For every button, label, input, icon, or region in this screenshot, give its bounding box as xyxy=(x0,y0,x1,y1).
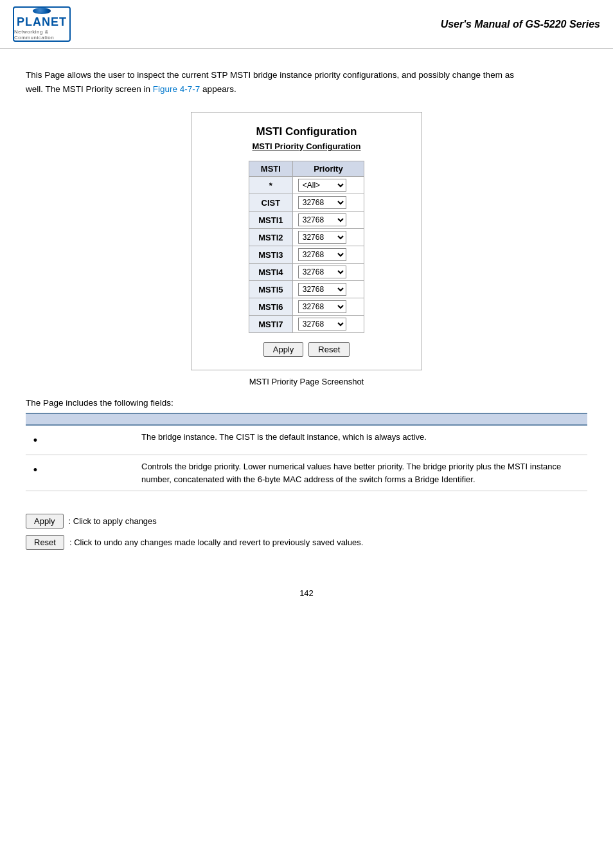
msti-cell-priority[interactable]: 0409681921228816384204802457628672327683… xyxy=(292,264,364,281)
priority-select[interactable]: 0409681921228816384204802457628672327683… xyxy=(298,283,346,296)
header-title: User's Manual of GS-5220 Series xyxy=(441,19,600,30)
field-name xyxy=(45,425,135,455)
fields-col-name xyxy=(45,413,135,425)
msti-cell-name: MSTI1 xyxy=(249,212,293,229)
logo-area: PLANET Networking & Communication xyxy=(13,6,71,42)
msti-panel-subtitle: MSTI Priority Configuration xyxy=(211,141,402,151)
page-header: PLANET Networking & Communication User's… xyxy=(0,0,613,49)
field-description: Controls the bridge priority. Lower nume… xyxy=(135,455,587,491)
logo-globe-icon xyxy=(33,8,51,14)
figure-link[interactable]: Figure 4-7-7 xyxy=(153,84,200,94)
field-bullet: • xyxy=(26,425,45,455)
reset-button[interactable]: Reset xyxy=(26,535,64,550)
priority-select[interactable]: 0409681921228816384204802457628672327683… xyxy=(298,196,346,209)
intro-text1: This Page allows the user to inspect the… xyxy=(26,70,514,80)
panel-reset-button[interactable]: Reset xyxy=(308,342,350,357)
msti-cell-priority[interactable]: 0409681921228816384204802457628672327683… xyxy=(292,194,364,212)
action-section: Apply : Click to apply changes Reset : C… xyxy=(26,507,587,563)
logo-subtitle: Networking & Communication xyxy=(14,29,69,41)
msti-panel-title: MSTI Configuration xyxy=(211,125,402,138)
msti-cell-priority[interactable]: 0409681921228816384204802457628672327683… xyxy=(292,246,364,264)
intro-paragraph: This Page allows the user to inspect the… xyxy=(26,68,587,96)
apply-desc: : Click to apply changes xyxy=(69,514,157,529)
msti-panel: MSTI Configuration MSTI Priority Configu… xyxy=(191,112,422,370)
msti-cell-name: MSTI5 xyxy=(249,281,293,298)
msti-table: MSTI Priority *<All>04096819212288163842… xyxy=(249,161,364,333)
priority-select[interactable]: 0409681921228816384204802457628672327683… xyxy=(298,231,346,244)
panel-apply-button[interactable]: Apply xyxy=(263,342,304,357)
msti-cell-priority[interactable]: 0409681921228816384204802457628672327683… xyxy=(292,298,364,316)
main-content: This Page allows the user to inspect the… xyxy=(0,49,613,611)
apply-button[interactable]: Apply xyxy=(26,514,64,529)
panel-buttons: Apply Reset xyxy=(211,342,402,357)
field-name xyxy=(45,455,135,491)
msti-cell-name: MSTI3 xyxy=(249,246,293,264)
msti-cell-priority[interactable]: <All>04096819212288163842048024576286723… xyxy=(292,177,364,194)
logo-planet-text: PLANET xyxy=(17,15,67,29)
msti-cell-name: MSTI4 xyxy=(249,264,293,281)
priority-select[interactable]: 0409681921228816384204802457628672327683… xyxy=(298,266,346,278)
screenshot-caption: MSTI Priority Page Screenshot xyxy=(26,377,587,386)
field-bullet: • xyxy=(26,455,45,491)
msti-cell-name: MSTI7 xyxy=(249,316,293,333)
msti-cell-name: MSTI6 xyxy=(249,298,293,316)
msti-cell-priority[interactable]: 0409681921228816384204802457628672327683… xyxy=(292,316,364,333)
reset-desc: : Click to undo any changes made locally… xyxy=(69,535,363,550)
msti-cell-name: MSTI2 xyxy=(249,229,293,246)
col-msti: MSTI xyxy=(249,161,293,177)
action-row-reset: Reset : Click to undo any changes made l… xyxy=(26,535,587,550)
priority-select[interactable]: 0409681921228816384204802457628672327683… xyxy=(298,318,346,330)
intro-text2: well. The MSTI Priority screen in xyxy=(26,84,153,94)
msti-cell-name: CIST xyxy=(249,194,293,212)
priority-select[interactable]: 0409681921228816384204802457628672327683… xyxy=(298,248,346,261)
action-row-apply: Apply : Click to apply changes xyxy=(26,514,587,529)
logo-box: PLANET Networking & Communication xyxy=(13,6,71,42)
field-description: The bridge instance. The CIST is the def… xyxy=(135,425,587,455)
msti-cell-priority[interactable]: 0409681921228816384204802457628672327683… xyxy=(292,212,364,229)
fields-intro: The Page includes the following fields: xyxy=(26,398,587,408)
msti-cell-name: * xyxy=(249,177,293,194)
msti-cell-priority[interactable]: 0409681921228816384204802457628672327683… xyxy=(292,281,364,298)
priority-select[interactable]: <All>04096819212288163842048024576286723… xyxy=(298,179,346,192)
col-priority: Priority xyxy=(292,161,364,177)
fields-col-desc xyxy=(135,413,587,425)
fields-col-bullet xyxy=(26,413,45,425)
page-number: 142 xyxy=(26,588,587,598)
intro-text3: appears. xyxy=(200,84,236,94)
msti-cell-priority[interactable]: 0409681921228816384204802457628672327683… xyxy=(292,229,364,246)
fields-table: •The bridge instance. The CIST is the de… xyxy=(26,413,587,491)
priority-select[interactable]: 0409681921228816384204802457628672327683… xyxy=(298,213,346,226)
msti-panel-wrapper: MSTI Configuration MSTI Priority Configu… xyxy=(26,112,587,370)
priority-select[interactable]: 0409681921228816384204802457628672327683… xyxy=(298,300,346,313)
